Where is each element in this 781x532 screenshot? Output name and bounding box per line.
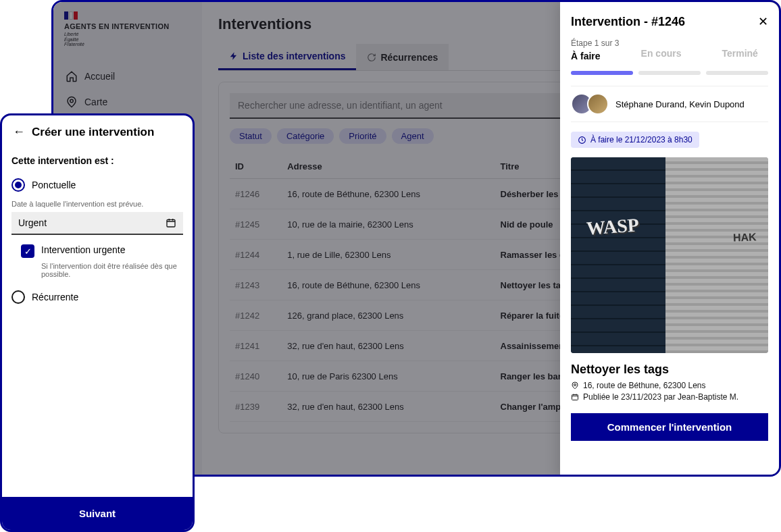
chip-priorite[interactable]: Priorité: [339, 128, 386, 144]
checkbox-hint: Si l'intervention doit être réalisée dès…: [11, 262, 183, 278]
progress-bar: [571, 71, 768, 75]
agents-names: Stéphane Durand, Kevin Dupond: [615, 99, 745, 109]
due-text: À faire le 21/12/2023 à 8h30: [590, 135, 692, 144]
cell-adresse: 126, grand place, 62300 Lens: [282, 300, 495, 331]
france-flag-icon: [64, 11, 191, 20]
detail-panel: Intervention - #1246 ✕ Étape 1 sur 3 À f…: [560, 2, 779, 477]
brand-subtitle: Liberté Égalité Fraternité: [64, 32, 191, 47]
detail-image: WASP HAK: [571, 157, 768, 353]
tab-label: Récurrences: [380, 52, 438, 63]
chip-categorie[interactable]: Catégorie: [277, 128, 334, 144]
cell-adresse: 32, rue d'en haut, 62300 Lens: [282, 392, 495, 422]
svg-rect-4: [167, 219, 175, 227]
date-value: Urgent: [18, 217, 47, 228]
avatar: [587, 93, 609, 115]
logo-block: AGENTS EN INTERVENTION Liberté Égalité F…: [53, 11, 202, 58]
section-label: Cette intervention est :: [11, 155, 183, 166]
clock-icon: [578, 136, 586, 144]
tab-label: Liste des interventions: [243, 51, 345, 61]
tab-recurrences[interactable]: Récurrences: [356, 44, 449, 70]
pin-icon: [571, 381, 579, 390]
detail-title: Intervention - #1246: [571, 15, 685, 29]
chip-statut[interactable]: Statut: [230, 128, 272, 144]
calendar-icon: [166, 217, 176, 228]
nav-label: Accueil: [84, 71, 115, 82]
nav-home[interactable]: Accueil: [53, 63, 202, 89]
calendar-icon: [571, 393, 579, 401]
cell-id: #1245: [230, 209, 282, 240]
step-active: À faire: [571, 51, 601, 61]
col-id: ID: [230, 155, 282, 179]
chip-agent[interactable]: Agent: [392, 128, 434, 144]
task-title: Nettoyer les tags: [571, 363, 768, 377]
radio-ponctuelle[interactable]: Ponctuelle: [11, 173, 183, 197]
cell-id: #1239: [230, 392, 282, 422]
nav-map[interactable]: Carte: [53, 89, 202, 115]
radio-icon: [11, 290, 25, 304]
urgent-checkbox-row[interactable]: ✓ Intervention urgente: [11, 242, 183, 261]
radio-recurrente[interactable]: Récurrente: [11, 285, 183, 309]
tab-list[interactable]: Liste des interventions: [218, 44, 356, 70]
hint-text: Date à laquelle l'intervention est prévu…: [11, 200, 183, 208]
bolt-icon: [229, 51, 238, 61]
refresh-icon: [367, 53, 376, 62]
svg-point-2: [574, 384, 576, 386]
create-modal: ← Créer une intervention Cette intervent…: [0, 113, 195, 532]
cell-id: #1243: [230, 270, 282, 300]
svg-rect-3: [572, 395, 578, 400]
cell-adresse: 10, rue de la mairie, 62300 Lens: [282, 209, 495, 240]
cell-adresse: 10, rue de Paris 62300 Lens: [282, 361, 495, 392]
step-3: Terminé: [722, 48, 757, 67]
due-pill: À faire le 21/12/2023 à 8h30: [571, 132, 699, 148]
cell-adresse: 16, route de Béthune, 62300 Lens: [282, 179, 495, 209]
cell-adresse: 1, rue de Lille, 62300 Lens: [282, 240, 495, 270]
cell-adresse: 16, route de Béthune, 62300 Lens: [282, 270, 495, 300]
back-arrow-icon[interactable]: ←: [13, 125, 25, 139]
modal-title: Créer une intervention: [32, 126, 154, 139]
cell-id: #1241: [230, 331, 282, 361]
step-counter: Étape 1 sur 3: [571, 38, 768, 48]
cell-id: #1242: [230, 300, 282, 331]
cell-id: #1240: [230, 361, 282, 392]
next-button[interactable]: Suivant: [2, 497, 193, 530]
radio-icon: [11, 178, 25, 192]
checkbox-icon: ✓: [21, 244, 34, 258]
date-input[interactable]: Urgent: [11, 212, 183, 235]
map-pin-icon: [66, 96, 78, 108]
cell-id: #1246: [230, 179, 282, 209]
agents-row: Stéphane Durand, Kevin Dupond: [571, 86, 768, 122]
cell-adresse: 32, rue d'en haut, 62300 Lens: [282, 331, 495, 361]
col-adresse: Adresse: [282, 155, 495, 179]
cell-id: #1244: [230, 240, 282, 270]
nav-label: Carte: [84, 97, 107, 107]
svg-point-0: [70, 99, 74, 103]
start-intervention-button[interactable]: Commencer l'intervention: [571, 413, 768, 441]
task-published: Publiée le 23/11/2023 par Jean-Baptiste …: [571, 392, 768, 402]
close-icon[interactable]: ✕: [758, 14, 768, 29]
step-2: En cours: [641, 48, 682, 67]
task-address: 16, route de Béthune, 62300 Lens: [571, 381, 768, 390]
avatar-stack: [571, 93, 609, 115]
brand-title: AGENTS EN INTERVENTION: [64, 22, 191, 30]
home-icon: [66, 70, 78, 82]
